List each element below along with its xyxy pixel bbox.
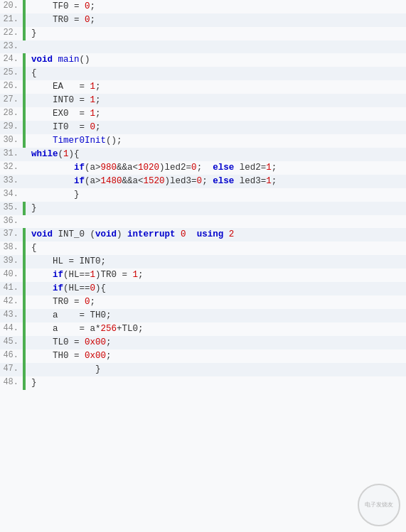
- line-number: 35.: [0, 202, 23, 215]
- line-bar: [23, 27, 26, 40]
- line-number: 44.: [0, 322, 23, 336]
- code-row: 22.}: [0, 27, 406, 40]
- line-number: 38.: [0, 241, 23, 255]
- line-number: 41.: [0, 282, 23, 295]
- line-bar: [23, 336, 26, 349]
- code-content: }: [28, 27, 40, 40]
- code-content: TF0 = 0;: [28, 0, 98, 13]
- line-number: 46.: [0, 349, 23, 363]
- line-bar: [23, 376, 26, 390]
- code-row: 27. INT0 = 1;: [0, 94, 406, 107]
- code-content: INT0 = 1;: [28, 94, 104, 107]
- code-row: 39. HL = INT0;: [0, 255, 406, 268]
- code-content: TR0 = 0;: [28, 295, 98, 309]
- line-number: 47.: [0, 363, 23, 376]
- code-row: 47. }: [0, 363, 406, 376]
- line-number: 42.: [0, 295, 23, 309]
- line-number: 26.: [0, 80, 23, 94]
- line-number: 40.: [0, 268, 23, 282]
- line-number: 34.: [0, 188, 23, 202]
- line-number: 48.: [0, 376, 23, 390]
- code-content: [28, 215, 34, 228]
- line-bar: [23, 228, 26, 241]
- code-row: 46. TH0 = 0x00;: [0, 349, 406, 363]
- code-content: EA = 1;: [28, 80, 104, 94]
- code-row: 29. IT0 = 0;: [0, 121, 406, 134]
- code-row: 25.{: [0, 67, 406, 80]
- code-content: {: [28, 67, 40, 80]
- code-row: 31.while(1){: [0, 148, 406, 161]
- line-bar: [23, 175, 26, 188]
- code-row: 26. EA = 1;: [0, 80, 406, 94]
- line-bar: [23, 53, 26, 67]
- code-row: 33. if(a>1480&&a<1520)led3=0; else led3=…: [0, 175, 406, 188]
- code-row: 23.: [0, 40, 406, 53]
- code-row: 44. a = a*256+TL0;: [0, 322, 406, 336]
- code-content: if(HL==1)TR0 = 1;: [28, 268, 146, 282]
- line-number: 37.: [0, 228, 23, 241]
- code-content: {: [28, 241, 40, 255]
- line-number: 27.: [0, 94, 23, 107]
- code-content: void main(): [28, 53, 93, 67]
- line-bar: [23, 94, 26, 107]
- line-number: 32.: [0, 161, 23, 175]
- code-content: TR0 = 0;: [28, 13, 98, 27]
- line-bar: [23, 0, 26, 13]
- code-content: }: [28, 188, 82, 202]
- code-content: while(1){: [28, 148, 82, 161]
- code-content: void INT_0 (void) interrupt 0 using 2: [28, 228, 237, 241]
- line-number: 20.: [0, 0, 23, 13]
- code-row: 43. a = TH0;: [0, 309, 406, 322]
- line-bar: [23, 322, 26, 336]
- code-content: HL = INT0;: [28, 255, 109, 268]
- code-lines: 20. TF0 = 0;21. TR0 = 0;22.}23.24.void m…: [0, 0, 406, 390]
- code-row: 37.void INT_0 (void) interrupt 0 using 2: [0, 228, 406, 241]
- line-number: 31.: [0, 148, 23, 161]
- code-content: TL0 = 0x00;: [28, 336, 114, 349]
- line-bar: [23, 161, 26, 175]
- code-editor: 20. TF0 = 0;21. TR0 = 0;22.}23.24.void m…: [0, 0, 406, 532]
- code-row: 35.}: [0, 202, 406, 215]
- line-number: 28.: [0, 107, 23, 121]
- code-content: TH0 = 0x00;: [28, 349, 114, 363]
- code-row: 41. if(HL==0){: [0, 282, 406, 295]
- line-bar: [23, 363, 26, 376]
- line-bar: [23, 40, 26, 53]
- line-number: 36.: [0, 215, 23, 228]
- code-content: }: [28, 376, 40, 390]
- code-row: 24.void main(): [0, 53, 406, 67]
- code-content: [28, 40, 34, 53]
- code-content: a = TH0;: [28, 309, 114, 322]
- code-content: if(a>980&&a<1020)led2=0; else led2=1;: [28, 161, 279, 175]
- line-bar: [23, 215, 26, 228]
- line-bar: [23, 241, 26, 255]
- code-content: EX0 = 1;: [28, 107, 104, 121]
- line-number: 22.: [0, 27, 23, 40]
- code-row: 40. if(HL==1)TR0 = 1;: [0, 268, 406, 282]
- line-bar: [23, 202, 26, 215]
- line-bar: [23, 13, 26, 27]
- line-bar: [23, 349, 26, 363]
- code-content: }: [28, 202, 40, 215]
- line-bar: [23, 282, 26, 295]
- line-number: 39.: [0, 255, 23, 268]
- watermark: 电子发烧友: [358, 484, 400, 526]
- line-number: 21.: [0, 13, 23, 27]
- line-bar: [23, 268, 26, 282]
- line-bar: [23, 148, 26, 161]
- line-bar: [23, 295, 26, 309]
- code-content: a = a*256+TL0;: [28, 322, 146, 336]
- line-bar: [23, 134, 26, 148]
- line-number: 24.: [0, 53, 23, 67]
- line-bar: [23, 255, 26, 268]
- code-row: 32. if(a>980&&a<1020)led2=0; else led2=1…: [0, 161, 406, 175]
- code-row: 34. }: [0, 188, 406, 202]
- line-number: 25.: [0, 67, 23, 80]
- line-bar: [23, 67, 26, 80]
- line-bar: [23, 309, 26, 322]
- line-bar: [23, 188, 26, 202]
- code-row: 48.}: [0, 376, 406, 390]
- line-number: 33.: [0, 175, 23, 188]
- code-row: 21. TR0 = 0;: [0, 13, 406, 27]
- code-content: if(a>1480&&a<1520)led3=0; else led3=1;: [28, 175, 279, 188]
